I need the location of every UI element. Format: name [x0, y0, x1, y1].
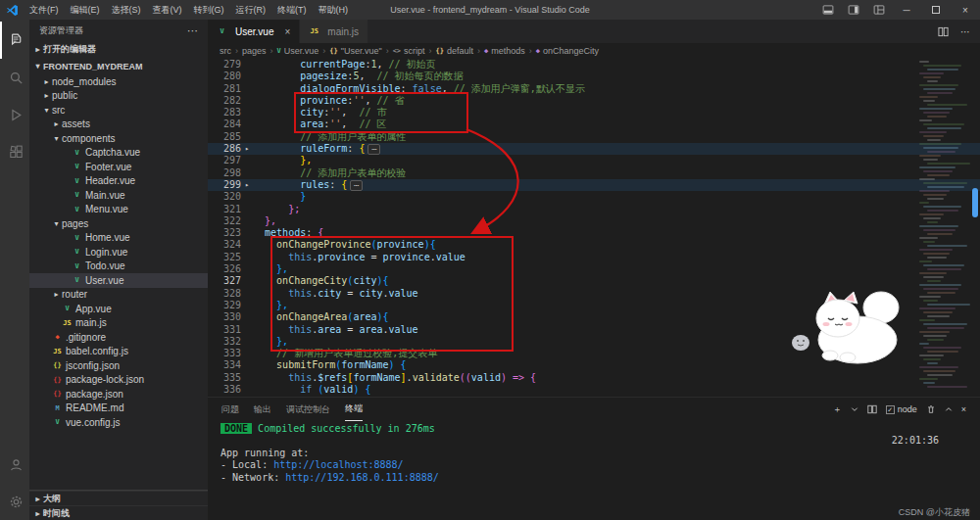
breadcrumb-item-6[interactable]: {}default [436, 46, 473, 56]
breadcrumb-item-5[interactable]: <>script [393, 46, 425, 56]
explorer-more-actions-icon[interactable]: ⋯ [187, 24, 198, 37]
breadcrumb-item-7[interactable]: ◆methods [484, 46, 525, 56]
code-line[interactable]: 320 } [208, 191, 980, 203]
tree-item-public[interactable]: ▸public [29, 89, 208, 104]
minimize-button[interactable]: ─ [892, 0, 921, 20]
tree-item-User.vue[interactable]: VUser.vue [29, 273, 208, 288]
folded-region-chip[interactable]: ⋯ [368, 144, 380, 155]
panel-tab-问题[interactable]: 问题 [221, 398, 239, 421]
breadcrumb-item-1[interactable]: src [220, 46, 231, 56]
code-line[interactable]: 281 dialogFormVisible: false, // 添加用户弹窗,… [208, 83, 980, 95]
menu-item[interactable]: 终端(T) [271, 0, 313, 20]
tree-item-Menu.vue[interactable]: VMenu.vue [29, 203, 208, 217]
tree-item-pages[interactable]: ▾pages [29, 216, 208, 231]
explorer-icon[interactable] [0, 22, 29, 59]
code-line[interactable]: 325 this.province = province.value [208, 252, 980, 263]
fold-collapsed-icon[interactable]: ▸ [241, 143, 253, 155]
breadcrumb-item-3[interactable]: VUser.vue [277, 46, 319, 56]
close-button[interactable]: × [951, 0, 980, 20]
folded-region-chip[interactable]: ⋯ [350, 180, 363, 191]
maximize-panel-chevron-icon[interactable] [945, 405, 953, 413]
split-editor-icon[interactable] [938, 26, 949, 37]
tree-item-Home.vue[interactable]: VHome.vue [29, 231, 208, 246]
menu-item[interactable]: 编辑(E) [65, 0, 106, 20]
breadcrumb-item-2[interactable]: pages [242, 46, 267, 56]
tree-item-Footer.vue[interactable]: VFooter.vue [29, 160, 208, 174]
toggle-panel-icon[interactable] [815, 0, 841, 20]
code-line[interactable]: 280 pagesize:5, // 初始每页的数据 [208, 71, 980, 82]
maximize-button[interactable] [921, 0, 951, 20]
tree-item-Main.vue[interactable]: VMain.vue [29, 188, 208, 203]
code-line[interactable]: 285 // 添加用户表单的属性 [208, 131, 980, 143]
menu-item[interactable]: 选择(S) [106, 0, 147, 20]
panel-tab-输出[interactable]: 输出 [254, 398, 271, 421]
tree-item-package-lock.json[interactable]: {}package-lock.json [29, 373, 208, 388]
breadcrumb-item-4[interactable]: {}"User.vue" [329, 46, 381, 56]
more-actions-icon[interactable]: ⋯ [960, 26, 970, 37]
code-editor[interactable]: 279 currentPage:1, // 初始页280 pagesize:5,… [208, 59, 980, 397]
tree-item-router[interactable]: ▸router [29, 288, 208, 303]
code-line[interactable]: 282 province:'', // 省 [208, 95, 980, 107]
code-line[interactable]: 323 methods: { [208, 227, 980, 239]
editor-scrollbar[interactable] [970, 59, 980, 397]
code-line[interactable]: 324 onChangeProvince(province){ [208, 239, 980, 251]
menu-item[interactable]: 文件(F) [24, 0, 65, 20]
menu-item[interactable]: 转到(G) [188, 0, 230, 20]
fold-collapsed-icon[interactable]: ▸ [241, 179, 253, 191]
menu-item[interactable]: 运行(R) [230, 0, 272, 20]
menu-item[interactable]: 帮助(H) [313, 0, 355, 20]
tree-item-node_modules[interactable]: ▸node_modules [29, 74, 208, 89]
code-line[interactable]: 286▸ ruleForm: {⋯ [208, 143, 980, 155]
tree-item-main.js[interactable]: JSmain.js [29, 316, 208, 331]
tree-item-babel.config.js[interactable]: JSbabel.config.js [29, 345, 208, 359]
tree-item-components[interactable]: ▾components [29, 131, 208, 146]
code-line[interactable]: 336 if (valid) { [208, 384, 980, 396]
code-line[interactable]: 322 }, [208, 215, 980, 227]
tree-item-Captcha.vue[interactable]: VCaptcha.vue [29, 146, 208, 161]
tree-item-jsconfig.json[interactable]: {}jsconfig.json [29, 358, 208, 373]
terminal-picker-chevron-icon[interactable] [851, 405, 858, 413]
code-line[interactable]: 299▸ rules: {⋯ [208, 179, 980, 191]
customize-layout-icon[interactable] [866, 0, 892, 20]
terminal-output[interactable]: 22:01:36 DONE Compiled successfully in 2… [208, 421, 980, 505]
panel-tab-调试控制台[interactable]: 调试控制台 [286, 398, 330, 421]
settings-icon[interactable] [0, 483, 29, 520]
tab-User.vue[interactable]: VUser.vue× [208, 20, 300, 43]
run-and-debug-icon[interactable] [0, 96, 29, 133]
close-panel-icon[interactable]: × [961, 404, 966, 414]
tree-item-Header.vue[interactable]: VHeader.vue [29, 174, 208, 189]
menu-item[interactable]: 查看(V) [147, 0, 188, 20]
sidebar-section-时间线[interactable]: ▸时间线 [29, 505, 208, 520]
panel-tab-终端[interactable]: 终端 [345, 398, 363, 421]
kill-terminal-icon[interactable] [926, 404, 936, 414]
code-line[interactable]: 335 this.$refs[formName].validate((valid… [208, 372, 980, 384]
code-line[interactable]: 284 area:'', // 区 [208, 118, 980, 130]
extensions-icon[interactable] [0, 133, 29, 170]
close-tab-icon[interactable]: × [284, 26, 290, 37]
account-icon[interactable] [0, 446, 29, 483]
sidebar-section-大纲[interactable]: ▸大纲 [29, 491, 208, 505]
tree-item-README.md[interactable]: MREADME.md [29, 402, 208, 416]
code-line[interactable]: 326 }, [208, 263, 980, 275]
tree-item-Todo.vue[interactable]: VTodo.vue [29, 260, 208, 274]
code-line[interactable]: 298 // 添加用户表单的校验 [208, 167, 980, 179]
search-icon[interactable] [0, 59, 29, 96]
open-editors-section[interactable]: ▸ 打开的编辑器 [29, 41, 208, 58]
tree-item-.gitignore[interactable]: ◆.gitignore [29, 330, 208, 345]
breadcrumb-item-8[interactable]: ◆onChangeCity [536, 46, 599, 56]
tree-item-assets[interactable]: ▸assets [29, 118, 208, 132]
code-line[interactable]: 321 }; [208, 204, 980, 215]
server-url-link[interactable]: http://localhost:8888/ [273, 459, 403, 470]
minimap[interactable] [917, 59, 968, 397]
code-line[interactable]: 283 city:'', // 市 [208, 107, 980, 118]
project-root-section[interactable]: ▾ FRONTEND_MYDREAM [29, 58, 208, 74]
code-line[interactable]: 297 }, [208, 155, 980, 166]
tree-item-vue.config.js[interactable]: Vvue.config.js [29, 415, 208, 430]
terminal-process-badge[interactable]: ✓ node [886, 404, 917, 414]
new-terminal-icon[interactable]: ＋ [833, 403, 842, 416]
scrollbar-thumb[interactable] [972, 188, 978, 217]
tab-main.js[interactable]: JSmain.js [300, 20, 368, 43]
server-url-link[interactable]: http://192.168.0.111:8888/ [285, 472, 439, 483]
tree-item-src[interactable]: ▾src [29, 103, 208, 118]
tree-item-package.json[interactable]: {}package.json [29, 387, 208, 402]
